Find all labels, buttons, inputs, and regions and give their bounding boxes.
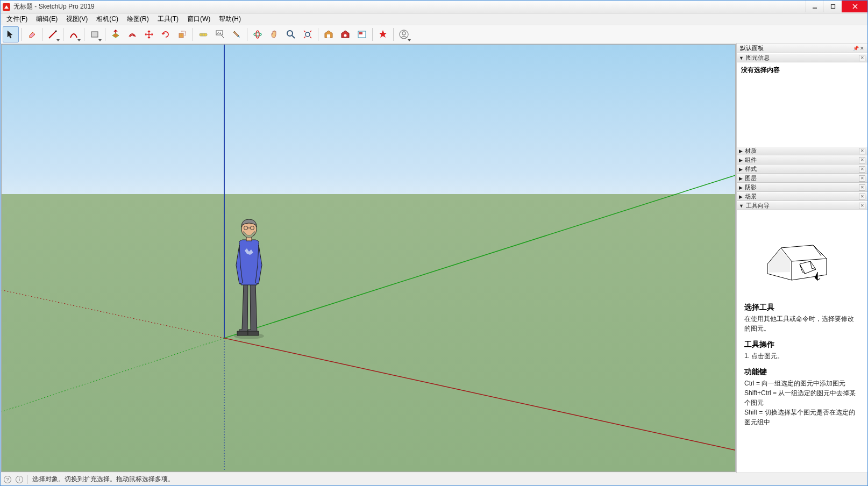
- viewport-3d[interactable]: [1, 44, 736, 472]
- pushpull-tool[interactable]: [108, 26, 124, 42]
- extension-manager-tool[interactable]: [375, 26, 391, 42]
- panel-close-icon[interactable]: ✕: [859, 175, 865, 182]
- panel-layers-header[interactable]: ▶图层✕: [737, 174, 867, 183]
- menubar: 文件(F) 编辑(E) 视图(V) 相机(C) 绘图(R) 工具(T) 窗口(W…: [1, 13, 867, 25]
- tray-close-icon[interactable]: ✕: [860, 46, 864, 51]
- axes-overlay: [2, 45, 735, 471]
- panel-close-icon[interactable]: ✕: [859, 148, 865, 154]
- scale-figure: [227, 214, 271, 340]
- panel-instructor-header[interactable]: ▼工具向导✕: [737, 201, 867, 210]
- status-text: 选择对象。切换到扩充选择。拖动鼠标选择多项。: [32, 475, 174, 484]
- menu-edit[interactable]: 编辑(E): [32, 13, 61, 25]
- layout-tool[interactable]: [354, 26, 370, 42]
- arc-tool[interactable]: [66, 26, 82, 42]
- panel-shadows-label: 阴影: [745, 183, 757, 191]
- menu-view[interactable]: 视图(V): [62, 13, 91, 25]
- info-icon[interactable]: i: [16, 476, 23, 483]
- rotate-tool[interactable]: [158, 26, 174, 42]
- instructor-tool-title: 选择工具: [744, 302, 860, 313]
- panel-components-header[interactable]: ▶组件✕: [737, 155, 867, 165]
- panel-scenes-label: 场景: [745, 192, 757, 201]
- menu-camera[interactable]: 相机(C): [93, 13, 122, 25]
- panel-instructor-label: 工具向导: [746, 202, 770, 210]
- collapse-icon: ▼: [739, 55, 744, 61]
- maximize-button[interactable]: [823, 1, 842, 12]
- warehouse-tool[interactable]: [321, 26, 337, 42]
- panel-close-icon[interactable]: ✕: [859, 194, 865, 200]
- tape-tool[interactable]: [195, 26, 211, 42]
- svg-point-15: [256, 31, 259, 38]
- panel-close-icon[interactable]: ✕: [859, 166, 865, 173]
- toolbar-separator: [105, 28, 105, 41]
- scale-tool[interactable]: [174, 26, 190, 42]
- expand-icon: ▶: [739, 158, 743, 163]
- instructor-text: 选择工具 在使用其他工具或命令时，选择要修改的图元。 工具操作 1. 点击图元。…: [737, 296, 867, 432]
- offset-tool[interactable]: [124, 26, 140, 42]
- panel-shadows-header[interactable]: ▶阴影✕: [737, 183, 867, 192]
- zoom-tool[interactable]: [283, 26, 299, 42]
- svg-rect-8: [200, 33, 207, 36]
- minimize-button[interactable]: [805, 1, 823, 12]
- menu-file[interactable]: 文件(F): [3, 13, 31, 25]
- text-tool[interactable]: A1: [212, 26, 228, 42]
- toolbar-separator: [318, 28, 318, 41]
- instructor-tool-desc: 在使用其他工具或命令时，选择要修改的图元。: [744, 314, 860, 333]
- help-icon[interactable]: ?: [4, 476, 11, 483]
- svg-point-16: [287, 31, 293, 36]
- shape-tool[interactable]: [87, 26, 103, 42]
- status-separator: [27, 475, 28, 484]
- expand-icon: ▶: [739, 185, 743, 190]
- paint-tool[interactable]: [229, 26, 245, 42]
- svg-point-24: [402, 32, 405, 35]
- expand-icon: ▶: [739, 194, 743, 199]
- instructor-illustration: [737, 210, 867, 296]
- instructor-ops-1: 1. 点击图元。: [744, 351, 860, 361]
- svg-rect-22: [359, 32, 362, 34]
- svg-rect-5: [91, 32, 98, 37]
- window-controls: [805, 1, 867, 12]
- menu-tools[interactable]: 工具(T): [154, 13, 182, 25]
- tray-title[interactable]: 默认面板 📌 ✕: [737, 44, 867, 53]
- statusbar: ? i 选择对象。切换到扩充选择。拖动鼠标选择多项。: [1, 473, 867, 485]
- move-tool[interactable]: [141, 26, 157, 42]
- eraser-tool[interactable]: [24, 26, 40, 42]
- svg-line-17: [292, 35, 295, 38]
- user-account[interactable]: [396, 26, 412, 42]
- svg-line-30: [2, 290, 224, 338]
- tray-pin-icon[interactable]: 📌: [853, 46, 859, 51]
- extension-warehouse-tool[interactable]: [337, 26, 353, 42]
- default-tray: 默认面板 📌 ✕ ▼ 图元信息 ✕ 没有选择内容 ▶材质✕ ▶组件✕ ▶样式✕ …: [736, 44, 867, 473]
- select-tool[interactable]: [3, 26, 19, 42]
- menu-help[interactable]: 帮助(H): [215, 13, 245, 25]
- zoom-extents-tool[interactable]: [300, 26, 316, 42]
- orbit-tool[interactable]: [250, 26, 266, 42]
- panel-entity-info-header[interactable]: ▼ 图元信息 ✕: [737, 53, 867, 62]
- svg-point-14: [254, 33, 261, 36]
- instructor-key1: Ctrl = 向一组选定的图元中添加图元: [744, 378, 860, 388]
- svg-point-18: [305, 32, 310, 37]
- panel-scenes-header[interactable]: ▶场景✕: [737, 192, 867, 201]
- toolbar-separator: [193, 28, 193, 41]
- menu-window[interactable]: 窗口(W): [183, 13, 214, 25]
- panel-close-icon[interactable]: ✕: [859, 184, 865, 191]
- pan-tool[interactable]: [266, 26, 282, 42]
- panel-styles-label: 样式: [745, 165, 757, 173]
- svg-text:A1: A1: [217, 31, 222, 34]
- tray-title-label: 默认面板: [740, 44, 764, 52]
- panel-close-icon[interactable]: ✕: [859, 203, 865, 209]
- panel-materials-label: 材质: [745, 147, 757, 155]
- toolbar-separator: [393, 28, 394, 41]
- panel-components-label: 组件: [745, 156, 757, 164]
- toolbar: A1: [1, 25, 867, 44]
- line-tool[interactable]: [45, 26, 61, 42]
- panel-styles-header[interactable]: ▶样式✕: [737, 165, 867, 174]
- panel-layers-label: 图层: [745, 174, 757, 182]
- menu-draw[interactable]: 绘图(R): [123, 13, 153, 25]
- close-button[interactable]: [842, 1, 867, 12]
- panel-materials-header[interactable]: ▶材质✕: [737, 146, 867, 155]
- svg-line-29: [224, 338, 735, 450]
- panel-close-icon[interactable]: ✕: [859, 55, 865, 61]
- panel-close-icon[interactable]: ✕: [859, 157, 865, 163]
- svg-line-28: [2, 338, 224, 412]
- main-layout: 默认面板 📌 ✕ ▼ 图元信息 ✕ 没有选择内容 ▶材质✕ ▶组件✕ ▶样式✕ …: [1, 44, 867, 473]
